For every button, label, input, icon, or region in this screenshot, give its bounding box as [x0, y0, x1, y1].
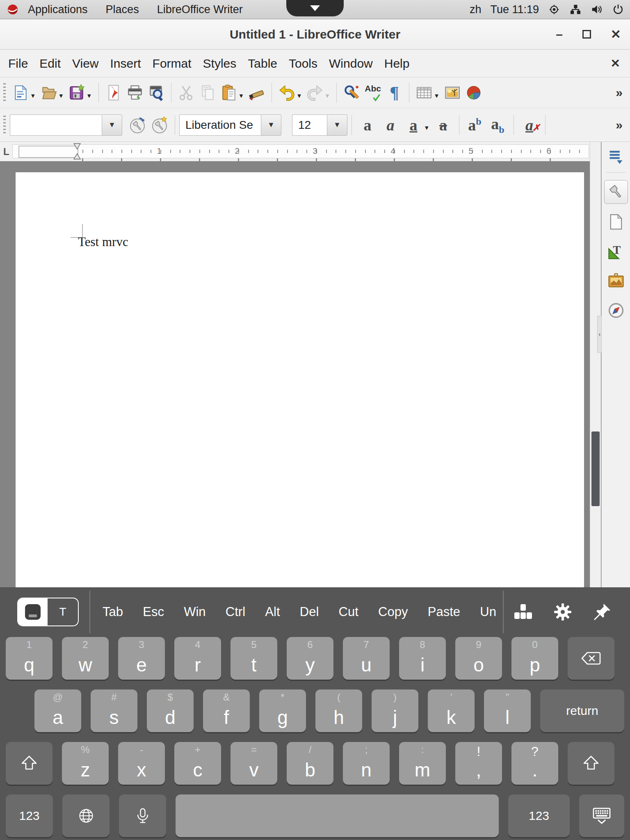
shift-key-left[interactable] [6, 742, 52, 785]
maximize-button[interactable] [582, 30, 591, 39]
formatting-marks-button[interactable]: ¶ [383, 81, 405, 104]
paste-button[interactable] [218, 81, 240, 104]
key-k[interactable]: 'k [428, 689, 475, 732]
spelling-button[interactable]: Abc [362, 81, 383, 104]
kb-shortcut-del[interactable]: Del [300, 605, 319, 619]
volume-icon[interactable] [591, 3, 603, 16]
underline-button[interactable]: a [402, 116, 425, 134]
key-c[interactable]: +c [174, 742, 221, 785]
italic-button[interactable]: a [379, 116, 402, 134]
menu-view[interactable]: View [66, 57, 104, 71]
key-q[interactable]: 1q [6, 637, 52, 680]
print-preview-button[interactable] [146, 81, 167, 104]
key-y[interactable]: 6y [287, 637, 333, 680]
menu-table[interactable]: Table [242, 57, 283, 71]
network-icon[interactable] [569, 3, 582, 16]
key-i[interactable]: 8i [399, 637, 446, 680]
chevron-down-icon[interactable]: ▾ [435, 91, 438, 100]
mic-key[interactable] [119, 794, 166, 837]
document-page[interactable]: Test mrvc [16, 172, 584, 587]
insert-chart-button[interactable] [463, 81, 484, 104]
toolbar-overflow-button[interactable]: » [616, 118, 623, 132]
kb-shortcut-copy[interactable]: Copy [378, 605, 408, 619]
window-title-bar[interactable]: Untitled 1 - LibreOffice Writer – ✕ [0, 19, 630, 50]
chevron-down-icon[interactable]: ▾ [87, 91, 91, 100]
document-text[interactable]: Test mrvc [78, 235, 128, 249]
key-z[interactable]: %z [62, 742, 109, 785]
sidebar-tab-styles[interactable]: T [605, 240, 628, 263]
minimize-button[interactable]: – [556, 32, 563, 37]
toolbar-drag-handle[interactable] [3, 83, 6, 102]
sidebar-tab-properties[interactable] [604, 180, 628, 204]
insert-image-button[interactable] [442, 81, 463, 104]
screen-share-icon[interactable] [548, 3, 560, 16]
settings-gear-icon[interactable] [554, 603, 572, 621]
kb-shortcut-alt[interactable]: Alt [265, 605, 280, 619]
menu-tools[interactable]: Tools [283, 57, 323, 71]
key-g[interactable]: *g [259, 689, 306, 732]
keyboard-mode-toggle[interactable]: T [17, 598, 79, 626]
key-x[interactable]: -x [118, 742, 165, 785]
input-method-indicator[interactable]: zh [470, 3, 482, 16]
export-pdf-button[interactable] [103, 81, 124, 104]
menu-format[interactable]: Format [147, 57, 197, 71]
toolbar-overflow-button[interactable]: » [616, 86, 623, 100]
shift-key-right[interactable] [568, 742, 614, 785]
pin-icon[interactable] [593, 603, 611, 621]
find-replace-button[interactable] [341, 81, 362, 104]
key-w[interactable]: 2w [62, 637, 109, 680]
font-size-dropdown[interactable]: ▼ [327, 114, 347, 136]
horizontal-ruler[interactable]: 123456 [12, 144, 589, 158]
key-p[interactable]: 0p [511, 637, 558, 680]
insert-table-button[interactable] [413, 81, 435, 104]
key-h[interactable]: (h [315, 689, 362, 732]
document-area[interactable]: Test mrvc [0, 161, 590, 587]
sidebar-tab-gallery[interactable] [605, 269, 628, 292]
key-r[interactable]: 4r [174, 637, 221, 680]
key-n[interactable]: ;n [343, 742, 390, 785]
menu-edit[interactable]: Edit [34, 57, 66, 71]
sidebar-tab-navigator[interactable] [605, 299, 628, 322]
key-v[interactable]: =v [231, 742, 277, 785]
document-close-button[interactable]: ✕ [611, 57, 620, 70]
menu-styles[interactable]: Styles [197, 57, 242, 71]
menu-help[interactable]: Help [379, 57, 415, 71]
key-j[interactable]: )j [372, 689, 418, 732]
keyboard-dismiss-key[interactable] [579, 794, 624, 837]
chevron-down-icon[interactable]: ▾ [31, 91, 35, 100]
key-b[interactable]: /b [287, 742, 333, 785]
kb-shortcut-tab[interactable]: Tab [103, 605, 123, 619]
print-button[interactable] [124, 81, 146, 104]
kb-shortcut-cut[interactable]: Cut [339, 605, 358, 619]
bold-button[interactable]: a [356, 116, 379, 134]
save-button[interactable] [66, 81, 87, 104]
kb-shortcut-win[interactable]: Win [184, 605, 205, 619]
strikethrough-button[interactable]: a [432, 116, 455, 134]
keyboard-hide-notch[interactable] [286, 0, 344, 16]
chevron-down-icon[interactable]: ▾ [59, 91, 63, 100]
space-key[interactable] [176, 794, 499, 837]
new-style-button[interactable] [150, 116, 169, 135]
globe-key[interactable] [62, 794, 110, 837]
key-t[interactable]: 5t [231, 637, 277, 680]
key-u[interactable]: 7u [343, 637, 390, 680]
key-f[interactable]: &f [203, 689, 250, 732]
kb-shortcut-esc[interactable]: Esc [143, 605, 164, 619]
layout-blocks-icon[interactable] [514, 603, 532, 621]
superscript-button[interactable]: ab [463, 116, 486, 134]
update-style-button[interactable] [128, 116, 147, 135]
applications-menu[interactable]: Applications [19, 3, 97, 16]
kb-shortcut-un[interactable]: Un [480, 605, 496, 619]
chevron-down-icon[interactable]: ▾ [297, 91, 301, 100]
backspace-key[interactable] [568, 637, 614, 680]
key-s[interactable]: #s [91, 689, 137, 732]
clone-formatting-button[interactable] [246, 81, 267, 104]
menu-file[interactable]: File [2, 57, 34, 71]
chevron-down-icon[interactable]: ▾ [425, 123, 429, 132]
key-period[interactable]: ?. [511, 742, 558, 785]
toggle-right-segment[interactable]: T [48, 598, 78, 625]
font-name-dropdown[interactable]: ▼ [261, 114, 281, 136]
vertical-scrollbar[interactable] [590, 142, 601, 587]
indent-marker[interactable] [73, 143, 81, 160]
menu-insert[interactable]: Insert [105, 57, 147, 71]
